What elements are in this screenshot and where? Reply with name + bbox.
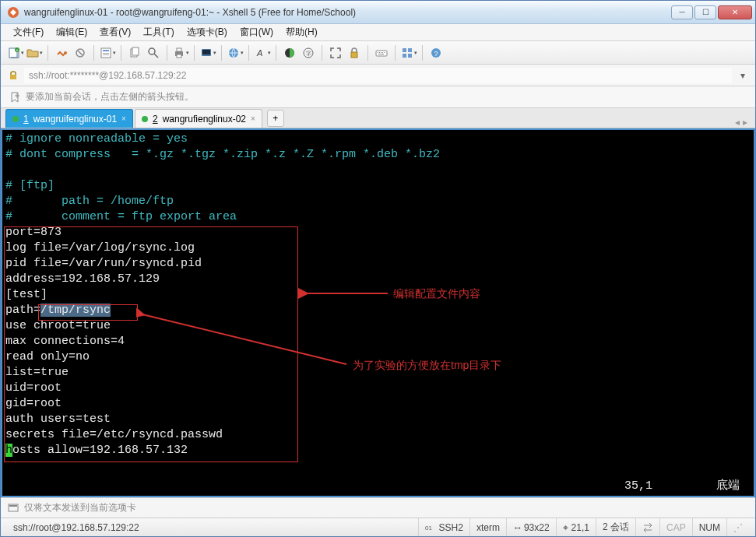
color-scheme-icon[interactable] [281,44,298,61]
menubar: 文件(F) 编辑(E) 查看(V) 工具(T) 选项卡(B) 窗口(W) 帮助(… [1,24,755,41]
close-button[interactable]: ✕ [718,5,752,19]
properties-icon[interactable]: ▾ [99,44,116,61]
hint-bar: 要添加当前会话，点击左侧的箭头按钮。 [1,86,755,108]
svg-rect-27 [381,52,382,53]
status-dot-icon [12,116,19,122]
terminal-config-line: address=192.168.57.129 [5,272,751,287]
status-connection: ssh://root@192.168.57.129:22 [7,518,419,536]
titlebar: wangruifenglinux-01 - root@wangruifeng-0… [1,1,755,24]
svg-rect-26 [379,52,380,53]
terminal-mode: 底端 [716,479,740,494]
terminal-config-line: max connections=4 [5,334,751,349]
bookmark-icon[interactable] [9,91,21,104]
svg-rect-23 [351,52,357,58]
maximize-button[interactable]: ☐ [694,5,716,19]
sessions-icon[interactable]: ▾ [199,44,216,61]
svg-rect-31 [403,48,406,52]
encoding-icon[interactable]: 字 [300,44,317,61]
tab-close-icon[interactable]: × [251,114,255,123]
tab-label: wangrufienglinux-02 [163,114,246,125]
terminal-cursor-pos: 35,1 [624,479,652,494]
tab-session-2[interactable]: 2 wangrufienglinux-02 × [135,109,262,128]
address-bar: ssh://root:********@192.168.57.129:22 ▾ [1,65,755,86]
tab-scroll-right-icon[interactable]: ▸ [743,117,747,128]
new-session-icon[interactable]: +▾ [7,44,24,61]
find-icon[interactable] [145,44,162,61]
tab-label: wangruifenglinux-01 [33,114,117,125]
globe-icon[interactable]: ▾ [227,44,244,61]
svg-point-12 [149,48,155,54]
tab-scroll-left-icon[interactable]: ◂ [735,117,740,128]
lock-icon[interactable] [346,44,363,61]
terminal[interactable]: # ignore nonreadable = yes# dont compres… [1,128,755,497]
menu-edit[interactable]: 编辑(E) [51,24,92,40]
svg-rect-24 [376,51,387,56]
terminal-comment-line: # path = /home/ftp [5,194,751,209]
terminal-config-line: pid file=/var/run/rsyncd.pid [5,256,751,272]
terminal-config-line: port=873 [5,225,751,240]
binary-icon: 01 [425,522,436,533]
status-send-icon [636,518,660,536]
menu-help[interactable]: 帮助(H) [281,24,322,40]
tab-scroll-arrows: ◂ ▸ [735,117,751,128]
svg-rect-37 [10,75,16,79]
status-termtype: xterm [470,518,507,536]
send-target-icon[interactable] [7,502,19,514]
annotation-text-2: 为了实验的方便放在tmp目录下 [353,357,501,373]
window-controls: ─ ☐ ✕ [671,5,752,19]
tab-close-icon[interactable]: × [121,114,126,123]
svg-rect-29 [384,52,385,53]
layout-icon[interactable]: ▾ [400,44,417,61]
menu-window[interactable]: 窗口(W) [235,24,278,40]
svg-text:+: + [16,47,18,52]
menu-tools[interactable]: 工具(T) [139,24,178,40]
terminal-comment-line: # [ftp] [5,178,751,194]
font-icon[interactable]: A▾ [254,44,271,61]
status-ssh: 01 SSH2 [419,518,470,536]
lock-small-icon [7,69,19,82]
app-window: wangruifenglinux-01 - root@wangruifeng-0… [0,0,756,537]
fullscreen-icon[interactable] [327,44,344,61]
svg-rect-34 [408,54,412,58]
status-resize-grip[interactable]: ⋰ [727,518,749,536]
menu-file[interactable]: 文件(F) [9,24,48,40]
terminal-comment-line [5,163,751,178]
reconnect-icon[interactable] [53,44,70,61]
address-dropdown[interactable]: ▾ [737,70,749,81]
toolbar-main: +▾ ▾ ▾ ▾ ▾ ▾ A▾ 字 ▾ ? [1,41,755,65]
minimize-button[interactable]: ─ [671,5,693,19]
menu-tab[interactable]: 选项卡(B) [182,24,232,40]
help-icon[interactable]: ? [427,44,445,61]
terminal-config-line: gid=root [5,396,751,412]
status-sessions: 2 会话 [596,518,636,536]
svg-rect-33 [403,54,406,58]
tab-bar: 1 wangruifenglinux-01 × 2 wangrufienglin… [1,108,755,128]
terminal-comment-line: # ignore nonreadable = yes [5,132,751,147]
tab-index: 1 [23,114,29,125]
tab-add-button[interactable]: + [267,110,284,127]
hint-text: 要添加当前会话，点击左侧的箭头按钮。 [26,90,194,104]
svg-rect-32 [408,48,412,52]
keyboard-icon[interactable] [373,44,390,61]
print-icon[interactable]: ▾ [172,44,189,61]
menu-view[interactable]: 查看(V) [95,24,135,40]
svg-rect-11 [132,47,139,55]
tab-session-1[interactable]: 1 wangruifenglinux-01 × [5,109,133,128]
copy-icon[interactable] [126,44,143,61]
terminal-comment-line: # comment = ftp export area [5,209,751,225]
svg-point-4 [64,51,67,54]
terminal-config-line: hosts allow=192.168.57.132 [5,443,751,458]
open-icon[interactable]: ▾ [26,44,43,61]
send-bar-text: 仅将文本发送到当前选项卡 [24,501,136,514]
disconnect-icon[interactable] [72,44,89,61]
window-title: wangruifenglinux-01 - root@wangruifeng-0… [24,7,671,18]
terminal-config-line: secrets file=/etc/rsyncd.passwd [5,427,751,443]
terminal-config-line: log file=/var/log/rsync.log [5,240,751,256]
svg-rect-28 [382,52,383,53]
status-dot-icon [142,116,148,122]
arrows-icon [642,522,653,533]
svg-rect-15 [177,54,181,58]
terminal-config-line: use chroot=true [5,318,751,334]
svg-text:A: A [256,48,262,58]
address-input[interactable]: ssh://root:********@192.168.57.129:22 [24,68,732,83]
